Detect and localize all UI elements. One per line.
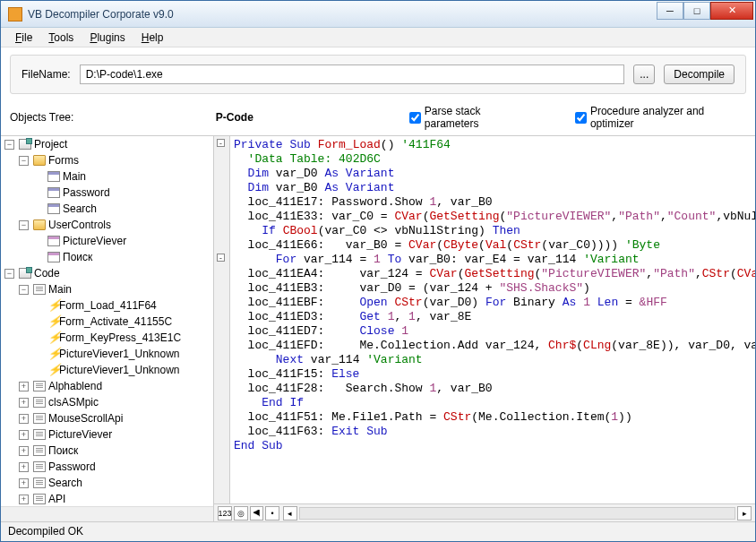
browse-button[interactable]: ...: [633, 65, 655, 84]
tree-project-icon: [19, 139, 31, 150]
tree-mod-6-label: Search: [48, 475, 82, 491]
code-toolbar: 123 ◎ ⯇ • ◂ ▸: [214, 503, 755, 521]
tree-mod-0-icon: [33, 381, 46, 391]
close-button[interactable]: ✕: [710, 2, 753, 20]
objects-tree-label: Objects Tree:: [10, 111, 209, 124]
tree-mod-5[interactable]: +Password: [19, 459, 213, 475]
tree-project-label: Project: [34, 136, 67, 152]
tree-mod-5-label: Password: [48, 459, 96, 475]
file-panel: FileName: ... Decompile: [10, 55, 746, 94]
tree-form-1-icon: [47, 187, 60, 198]
tree-mod-7-label: API: [48, 491, 65, 507]
tree-forms-icon: [33, 155, 46, 166]
tree-mod-6-icon: [33, 477, 46, 488]
tree-forms-label: Forms: [48, 152, 79, 168]
tree-form-0-label: Main: [63, 168, 86, 185]
tree-mod-4-icon: [33, 445, 46, 456]
tree-fn-4-label: PictureViever1_Unknown: [59, 362, 180, 378]
tree-mod-0[interactable]: +Alphablend: [19, 378, 213, 394]
tree-fn-3[interactable]: ⚡PictureViever1_Unknown: [33, 346, 213, 362]
tree-forms[interactable]: −Forms: [19, 152, 213, 168]
tree-main[interactable]: −Main: [19, 281, 213, 297]
tree-mod-4-label: Поиск: [48, 443, 78, 459]
tree-fn-2-label: Form_KeyPress_413E1C: [59, 330, 181, 346]
fold-marker[interactable]: -: [217, 139, 225, 147]
tree-mod-1-label: clsASMpic: [48, 394, 99, 410]
tree-form-0[interactable]: Main: [33, 168, 213, 185]
tree-main-label: Main: [48, 281, 72, 297]
code-gutter[interactable]: - -: [214, 136, 230, 503]
maximize-button[interactable]: □: [683, 2, 710, 20]
menu-help[interactable]: Help: [134, 30, 171, 46]
tree-fn-3-icon: ⚡: [47, 346, 56, 362]
tool-right[interactable]: ▸: [737, 506, 752, 520]
tree-mod-2[interactable]: +MouseScrollApi: [19, 410, 213, 426]
code-panel: - - Private Sub Form_Load() '411F64 'Dat…: [214, 136, 755, 521]
tree-uc-1-icon: [47, 252, 60, 262]
tree-mod-4[interactable]: +Поиск: [19, 443, 213, 459]
tree-mod-1[interactable]: +clsASMpic: [19, 394, 213, 410]
tree-mod-3-label: PictureViever: [48, 426, 112, 443]
tree-form-2-icon: [47, 203, 60, 214]
tree-form-1[interactable]: Password: [33, 185, 213, 201]
tree-mod-3-icon: [33, 429, 46, 440]
tree-form-2[interactable]: Search: [33, 201, 213, 217]
objects-tree[interactable]: −Project−FormsMainPasswordSearch−UserCon…: [1, 136, 214, 521]
tree-form-2-label: Search: [63, 201, 97, 217]
tree-uc-1-label: Поиск: [63, 249, 92, 265]
proc-analyzer-input[interactable]: [575, 112, 587, 124]
proc-analyzer-checkbox[interactable]: Procedure analyzer and optimizer: [575, 105, 746, 130]
app-window: VB Decompiler Corporate v9.0 ─ □ ✕ File …: [0, 0, 756, 542]
tree-fn-4-icon: ⚡: [47, 362, 56, 378]
tree-fn-2-icon: ⚡: [47, 330, 56, 346]
tree-fn-2[interactable]: ⚡Form_KeyPress_413E1C: [33, 330, 213, 346]
tree-mod-7-icon: [33, 494, 46, 504]
tree-fn-0-icon: ⚡: [47, 297, 56, 314]
tree-uc-0[interactable]: PictureViever: [33, 233, 213, 249]
tree-project[interactable]: −Project: [4, 136, 213, 152]
tool-target[interactable]: ◎: [234, 506, 248, 520]
titlebar[interactable]: VB Decompiler Corporate v9.0 ─ □ ✕: [1, 1, 755, 28]
menu-file[interactable]: File: [8, 30, 39, 46]
tree-mod-6[interactable]: +Search: [19, 475, 213, 491]
code-text[interactable]: Private Sub Form_Load() '411F64 'Data Ta…: [230, 136, 755, 503]
tree-form-0-icon: [47, 171, 60, 182]
tree-form-1-label: Password: [63, 185, 110, 201]
tree-mod-3[interactable]: +PictureViever: [19, 426, 213, 443]
tree-mod-1-icon: [33, 397, 46, 408]
tree-hscroll[interactable]: [1, 506, 213, 521]
tree-fn-0-label: Form_Load_411F64: [59, 297, 157, 314]
tree-code-label: Code: [34, 265, 60, 281]
tree-mod-7[interactable]: +API: [19, 491, 213, 507]
tool-back[interactable]: ⯇: [250, 506, 264, 520]
column-headers: Objects Tree: P-Code Parse stack paramet…: [1, 101, 755, 135]
tree-fn-0[interactable]: ⚡Form_Load_411F64: [33, 297, 213, 314]
tree-mod-2-label: MouseScrollApi: [48, 410, 123, 426]
parse-stack-input[interactable]: [409, 112, 421, 124]
tree-fn-1-label: Form_Activate_41155C: [59, 314, 172, 330]
main-area: −Project−FormsMainPasswordSearch−UserCon…: [1, 135, 755, 521]
tool-left[interactable]: ◂: [283, 506, 297, 520]
filename-input[interactable]: [80, 65, 625, 84]
fold-marker[interactable]: -: [217, 254, 225, 262]
tree-code[interactable]: −Code: [4, 265, 213, 281]
code-hscroll[interactable]: [299, 507, 736, 520]
tree-fn-3-label: PictureViever1_Unknown: [59, 346, 180, 362]
tool-123[interactable]: 123: [218, 506, 232, 520]
menu-tools[interactable]: Tools: [41, 30, 81, 46]
code-area[interactable]: - - Private Sub Form_Load() '411F64 'Dat…: [214, 136, 755, 503]
tree-uc-1[interactable]: Поиск: [33, 249, 213, 265]
tree-code-icon: [19, 268, 31, 279]
tree-fn-1[interactable]: ⚡Form_Activate_41155C: [33, 314, 213, 330]
tree-mod-0-label: Alphablend: [48, 378, 102, 394]
menu-plugins[interactable]: Plugins: [82, 30, 132, 46]
tree-fn-4[interactable]: ⚡PictureViever1_Unknown: [33, 362, 213, 378]
menubar: File Tools Plugins Help: [1, 28, 755, 47]
decompile-button[interactable]: Decompile: [664, 65, 735, 84]
tree-uc-0-icon: [47, 236, 60, 246]
tree-usercontrols[interactable]: −UserControls: [19, 217, 213, 233]
parse-stack-checkbox[interactable]: Parse stack parameters: [409, 105, 535, 130]
minimize-button[interactable]: ─: [657, 2, 683, 20]
tool-dot[interactable]: •: [265, 506, 279, 520]
filename-label: FileName:: [21, 68, 71, 81]
